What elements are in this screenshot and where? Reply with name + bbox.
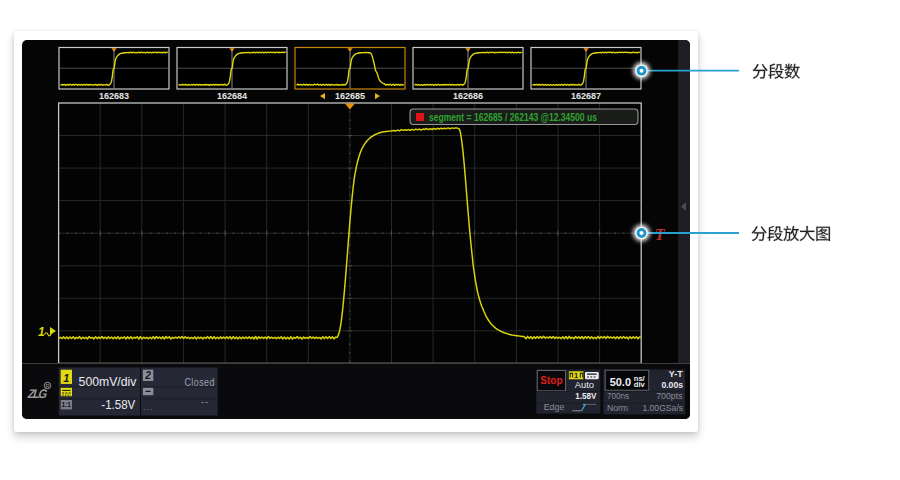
- svg-text:700ns: 700ns: [607, 391, 629, 401]
- svg-text:700pts: 700pts: [656, 391, 682, 401]
- svg-text:1.00GSa/s: 1.00GSa/s: [642, 403, 683, 413]
- svg-text:Norm: Norm: [607, 403, 628, 413]
- svg-text:-1.58V: -1.58V: [101, 398, 135, 412]
- svg-text:162686: 162686: [453, 91, 483, 101]
- svg-text:T: T: [655, 226, 666, 243]
- svg-text:--: --: [201, 397, 209, 407]
- svg-text:div: div: [634, 381, 645, 388]
- svg-text:50.0: 50.0: [610, 376, 631, 388]
- svg-text:Auto: Auto: [575, 380, 595, 390]
- svg-text:1: 1: [38, 325, 45, 339]
- svg-text:162684: 162684: [217, 91, 247, 101]
- svg-text:162685: 162685: [335, 91, 365, 101]
- svg-text:2: 2: [144, 370, 151, 381]
- svg-text:...: ...: [143, 402, 154, 412]
- svg-text:1:1: 1:1: [62, 401, 72, 408]
- svg-text:0.00s: 0.00s: [661, 379, 683, 390]
- svg-text:Closed: Closed: [185, 376, 215, 388]
- svg-text:Stop: Stop: [540, 374, 562, 386]
- svg-text:segment = 162685 / 262143 @12: segment = 162685 / 262143 @12.34500 us: [429, 111, 597, 123]
- svg-text:R: R: [46, 383, 50, 389]
- svg-text:162687: 162687: [571, 91, 601, 101]
- svg-text:162683: 162683: [99, 91, 129, 101]
- svg-text:Y-T: Y-T: [669, 369, 684, 379]
- svg-text:1: 1: [63, 372, 69, 384]
